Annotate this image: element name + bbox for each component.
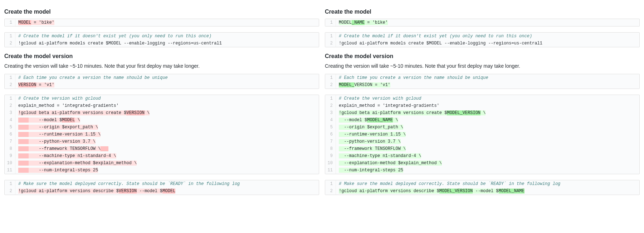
code-line: 7 --python-version 3.7 \ [5,138,319,145]
code-line: 2 !gcloud ai-platform models create $MOD… [325,40,639,47]
line-number: 8 [5,145,15,152]
code-text: # Each time you create a version the nam… [336,74,639,81]
code-line: 1 # Create the version with gcloud [5,95,319,102]
code-text: --runtime-version 1.15 \ [15,131,319,138]
code-text: explain_method = 'integrated-gradients' [15,102,319,109]
code-block-version-assign-right: 1 # Each time you create a version the n… [325,74,640,89]
line-number: 4 [325,116,336,124]
line-number: 1 [5,74,15,81]
code-block-describe-right: 1 # Make sure the model deployed correct… [325,180,640,195]
code-line: 3 !gcloud beta ai-platform versions crea… [325,109,639,116]
code-text: --num-integral-steps 25 [15,167,319,174]
code-text: # Create the version with gcloud [336,95,639,102]
code-text: explain_method = 'integrated-gradients' [336,102,639,109]
code-text: MODEL_NAME = 'bike' [336,19,639,26]
code-text: !gcloud ai-platform models create $MODEL… [336,40,639,47]
line-number: 1 [5,95,15,102]
code-text: !gcloud ai-platform versions describe $M… [336,187,639,195]
line-number: 2 [5,187,15,195]
code-line: 6 --runtime-version 1.15 \ [5,131,319,138]
code-text: --framework TENSORFLOW \ [15,145,319,152]
code-line: 8 --framework TENSORFLOW \ [325,145,639,152]
code-line: 2 !gcloud ai-platform versions describe … [325,187,639,195]
code-text: --model $MODEL_NAME \ [336,116,639,124]
code-line: 1 # Create the model if it doesn't exist… [5,33,319,40]
code-line: 1 # Each time you create a version the n… [5,74,319,81]
code-line: 2 MODEL_VERSION = 'v1' [325,81,639,89]
heading-create-model: Create the model [4,9,319,15]
code-text: !gcloud ai-platform versions describe $V… [15,187,319,195]
code-text: # Make sure the model deployed correctly… [15,180,319,187]
code-text: --runtime-version 1.15 \ [336,131,639,138]
code-line: 4 --model $MODEL_NAME \ [325,116,639,124]
version-note: Creating the version will take ~5-10 min… [4,63,319,69]
code-text: --python-version 3.7 \ [15,138,319,145]
code-text: --origin $export_path \ [336,124,639,131]
code-line: 3 !gcloud beta ai-platform versions crea… [5,109,319,116]
code-line: 10 --explanation-method $explain_method … [5,160,319,167]
code-block-create-model-right: 1 # Create the model if it doesn't exist… [325,32,640,47]
line-number: 3 [325,109,336,116]
heading-create-version: Create the model version [325,53,640,60]
code-block-describe-left: 1 # Make sure the model deployed correct… [4,180,319,195]
line-number: 6 [5,131,15,138]
code-line: 2 !gcloud ai-platform versions describe … [5,187,319,195]
line-number: 8 [325,145,336,152]
diff-right: Create the model 1 MODEL_NAME = 'bike' 1… [325,4,640,201]
heading-create-model: Create the model [325,9,640,15]
line-number: 1 [325,95,336,102]
code-text: --model $MODEL \ [15,116,319,124]
code-line: 1 # Each time you create a version the n… [325,74,639,81]
line-number: 2 [5,40,15,47]
version-note: Creating the version will take ~5-10 min… [325,63,640,69]
line-number: 11 [5,167,15,174]
code-text: --machine-type n1-standard-4 \ [15,152,319,160]
code-line: 1 # Create the model if it doesn't exist… [325,33,639,40]
code-text: # Make sure the model deployed correctly… [336,180,639,187]
code-text: --explanation-method $explain_method \ [336,160,639,167]
code-text: # Each time you create a version the nam… [15,74,319,81]
code-line: 2 !gcloud ai-platform models create $MOD… [5,40,319,47]
line-number: 5 [5,124,15,131]
code-text: # Create the version with gcloud [15,95,319,102]
line-number: 2 [5,102,15,109]
code-line: 2 VERSION = 'v1' [5,81,319,89]
code-text: VERSION = 'v1' [15,81,319,89]
code-line: 1 MODEL_NAME = 'bike' [325,19,639,26]
code-line: 11 --num-integral-steps 25 [5,167,319,174]
code-block-version-assign-left: 1 # Each time you create a version the n… [4,74,319,89]
heading-create-version: Create the model version [4,53,319,60]
line-number: 4 [5,116,15,124]
line-number: 9 [5,152,15,160]
line-number: 1 [325,74,336,81]
line-number: 11 [325,167,336,174]
code-text: --origin $export_path \ [15,124,319,131]
line-number: 1 [325,33,336,40]
line-number: 1 [325,19,336,26]
line-number: 7 [325,138,336,145]
code-line: 2 explain_method = 'integrated-gradients… [5,102,319,109]
code-block-model-assign-right: 1 MODEL_NAME = 'bike' [325,19,640,27]
code-line: 7 --python-version 3.7 \ [325,138,639,145]
code-line: 9 --machine-type n1-standard-4 \ [5,152,319,160]
code-text: MODEL = 'bike' [15,19,319,26]
line-number: 6 [325,131,336,138]
line-number: 1 [5,19,15,26]
code-block-version-create-left: 1 # Create the version with gcloud 2 exp… [4,95,319,174]
line-number: 9 [325,152,336,160]
code-line: 1 # Make sure the model deployed correct… [5,180,319,187]
diff-container: Create the model 1 MODEL = 'bike' 1 # Cr… [4,4,640,201]
code-text: # Create the model if it doesn't exist y… [336,33,639,40]
code-line: 1 # Create the version with gcloud [325,95,639,102]
code-line: 11 --num-integral-steps 25 [325,167,639,174]
code-line: 5 --origin $export_path \ [325,124,639,131]
code-block-create-model-left: 1 # Create the model if it doesn't exist… [4,32,319,47]
code-text: !gcloud beta ai-platform versions create… [15,109,319,116]
line-number: 2 [325,187,336,195]
line-number: 2 [325,81,336,89]
code-text: --explanation-method $explain_method \ [15,160,319,167]
code-line: 5 --origin $export_path \ [5,124,319,131]
code-line: 8 --framework TENSORFLOW \ [5,145,319,152]
line-number: 1 [325,180,336,187]
line-number: 2 [325,102,336,109]
